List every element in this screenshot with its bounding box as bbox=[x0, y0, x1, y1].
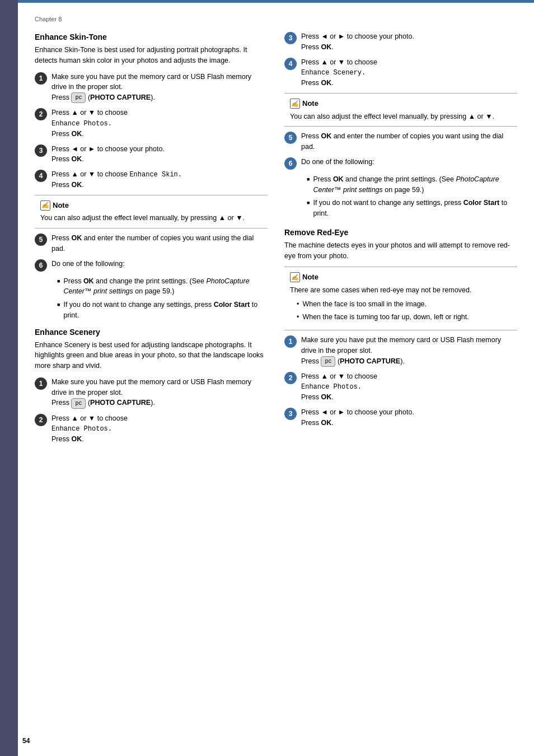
step-1-redeye-content: Make sure you have put the memory card o… bbox=[301, 335, 517, 367]
bullet-2-scenery: If you do not want to change any setting… bbox=[307, 198, 517, 219]
step-1-scenery: 1 Make sure you have put the memory card… bbox=[35, 377, 268, 409]
bullet-1-scenery: Press OK and change the print settings. … bbox=[307, 174, 517, 195]
step-2-scenery-content: Press ▲ or ▼ to choose Enhance Photos. P… bbox=[51, 413, 128, 445]
step-2-redeye: 2 Press ▲ or ▼ to choose Enhance Photos.… bbox=[284, 371, 517, 403]
step-2-redeye-content: Press ▲ or ▼ to choose Enhance Photos. P… bbox=[301, 371, 377, 403]
enhance-scenery-heading: Enhance Scenery bbox=[35, 328, 268, 337]
step-2-scenery: 2 Press ▲ or ▼ to choose Enhance Photos.… bbox=[35, 413, 268, 445]
page-number: 54 bbox=[22, 737, 30, 745]
step-num-4-skin: 4 bbox=[35, 170, 47, 182]
bullet-2-skin: If you do not want to change any setting… bbox=[57, 300, 268, 321]
step-1-skin: 1 Make sure you have put the memory card… bbox=[35, 72, 268, 104]
photo-capture-button-scenery: pc bbox=[71, 398, 86, 409]
note-icon-red-eye: ✍ bbox=[290, 272, 300, 282]
remove-red-eye-desc: The machine detects eyes in your photos … bbox=[284, 240, 517, 262]
step-num-4-scenery: 4 bbox=[284, 58, 297, 70]
note-icon-scenery: ✍ bbox=[290, 99, 300, 109]
photo-capture-button-redeye: pc bbox=[321, 356, 335, 367]
note-skin-tone: ✍ Note You can also adjust the effect le… bbox=[35, 195, 268, 228]
step-4-skin: 4 Press ▲ or ▼ to choose Enhance Skin. P… bbox=[35, 169, 268, 190]
red-eye-bullet-1: When the face is too small in the image. bbox=[297, 299, 512, 310]
step-num-5-scenery: 5 bbox=[284, 132, 297, 144]
step-4-skin-content: Press ▲ or ▼ to choose Enhance Skin. Pre… bbox=[51, 169, 182, 190]
note-scenery-title: ✍ Note bbox=[290, 98, 512, 109]
step-num-2-scenery: 2 bbox=[35, 414, 47, 426]
step-num-6-skin: 6 bbox=[35, 259, 47, 272]
step-3-skin-content: Press ◄ or ► to choose your photo. Press… bbox=[51, 144, 165, 165]
step-2-skin: 2 Press ▲ or ▼ to choose Enhance Photos.… bbox=[35, 108, 268, 139]
step-6-skin: 6 Do one of the following: bbox=[35, 259, 268, 272]
enhance-skin-tone-heading: Enhance Skin-Tone bbox=[35, 32, 268, 41]
chapter-label: Chapter 8 bbox=[35, 16, 517, 22]
note-icon-skin: ✍ bbox=[40, 200, 50, 211]
note-scenery-text: You can also adjust the effect level man… bbox=[290, 111, 512, 122]
skin-tone-bullets: Press OK and change the print settings. … bbox=[51, 276, 268, 321]
two-column-layout: Enhance Skin-Tone Enhance Skin-Tone is b… bbox=[35, 31, 517, 449]
step-1-skin-content: Make sure you have put the memory card o… bbox=[51, 72, 268, 104]
enhance-skin-tone-desc: Enhance Skin-Tone is best used for adjus… bbox=[35, 45, 268, 66]
note-skin-title: ✍ Note bbox=[40, 200, 262, 211]
remove-red-eye-heading: Remove Red-Eye bbox=[284, 228, 517, 237]
step-num-3-skin: 3 bbox=[35, 144, 47, 157]
page-content: Chapter 8 Enhance Skin-Tone Enhance Skin… bbox=[18, 0, 534, 756]
step-5-scenery: 5 Press OK and enter the number of copie… bbox=[284, 131, 517, 152]
step-2-skin-content: Press ▲ or ▼ to choose Enhance Photos. P… bbox=[51, 108, 128, 139]
note-red-eye-text: There are some cases when red-eye may no… bbox=[290, 285, 512, 296]
photo-capture-button-1: pc bbox=[71, 92, 86, 103]
note-skin-text: You can also adjust the effect level man… bbox=[40, 213, 262, 223]
step-num-3-redeye: 3 bbox=[284, 408, 297, 420]
note-scenery: ✍ Note You can also adjust the effect le… bbox=[284, 93, 517, 127]
step-3-redeye-content: Press ◄ or ► to choose your photo. Press… bbox=[301, 407, 414, 428]
step-5-skin: 5 Press OK and enter the number of copie… bbox=[35, 233, 268, 254]
right-column: 3 Press ◄ or ► to choose your photo. Pre… bbox=[284, 31, 517, 449]
step-3-skin: 3 Press ◄ or ► to choose your photo. Pre… bbox=[35, 144, 268, 165]
step-6-scenery: 6 Do one of the following: bbox=[284, 157, 517, 170]
note-red-eye-title: ✍ Note bbox=[290, 272, 512, 283]
step-num-5-skin: 5 bbox=[35, 234, 47, 246]
step-4-scenery: 4 Press ▲ or ▼ to choose Enhance Scenery… bbox=[284, 57, 517, 89]
red-eye-note-bullets: When the face is too small in the image.… bbox=[292, 299, 512, 323]
step-1-scenery-content: Make sure you have put the memory card o… bbox=[51, 377, 268, 409]
step-5-scenery-content: Press OK and enter the number of copies … bbox=[301, 131, 517, 152]
step-1-redeye: 1 Make sure you have put the memory card… bbox=[284, 335, 517, 367]
enhance-scenery-desc: Enhance Scenery is best used for adjusti… bbox=[35, 340, 268, 371]
step-6-scenery-content: Do one of the following: bbox=[301, 157, 374, 167]
note-red-eye: ✍ Note There are some cases when red-eye… bbox=[284, 267, 517, 330]
red-eye-bullet-2: When the face is turning too far up, dow… bbox=[297, 312, 512, 323]
scenery-bullets: Press OK and change the print settings. … bbox=[301, 174, 517, 219]
step-5-skin-content: Press OK and enter the number of copies … bbox=[51, 233, 268, 254]
step-num-6-scenery: 6 bbox=[284, 157, 297, 170]
step-3-redeye: 3 Press ◄ or ► to choose your photo. Pre… bbox=[284, 407, 517, 428]
step-4-scenery-content: Press ▲ or ▼ to choose Enhance Scenery. … bbox=[301, 57, 377, 89]
step-num-2-skin: 2 bbox=[35, 108, 47, 120]
step-num-1-skin: 1 bbox=[35, 72, 47, 85]
step-num-3-scenery: 3 bbox=[284, 32, 297, 44]
step-num-1-redeye: 1 bbox=[284, 335, 297, 348]
step-num-2-redeye: 2 bbox=[284, 372, 297, 384]
bullet-1-skin: Press OK and change the print settings. … bbox=[57, 276, 268, 297]
step-3-scenery: 3 Press ◄ or ► to choose your photo. Pre… bbox=[284, 31, 517, 53]
left-sidebar bbox=[0, 0, 18, 756]
left-column: Enhance Skin-Tone Enhance Skin-Tone is b… bbox=[35, 31, 268, 449]
step-3-scenery-content: Press ◄ or ► to choose your photo. Press… bbox=[301, 31, 414, 53]
step-num-1-scenery: 1 bbox=[35, 377, 47, 390]
step-6-skin-content: Do one of the following: bbox=[51, 259, 125, 269]
